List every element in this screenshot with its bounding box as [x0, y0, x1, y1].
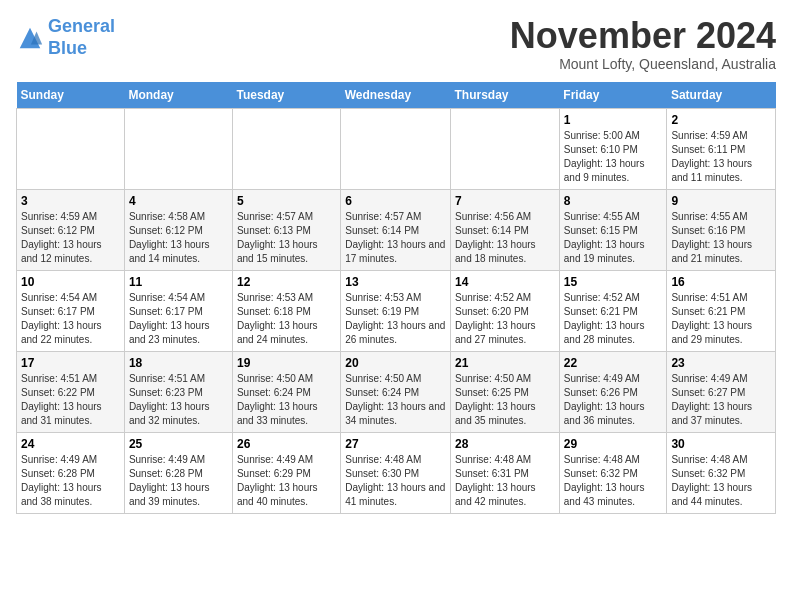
calendar-cell: [451, 108, 560, 189]
day-number: 27: [345, 437, 446, 451]
day-number: 29: [564, 437, 663, 451]
week-row-4: 17Sunrise: 4:51 AM Sunset: 6:22 PM Dayli…: [17, 351, 776, 432]
weekday-header-wednesday: Wednesday: [341, 82, 451, 109]
calendar-cell: 23Sunrise: 4:49 AM Sunset: 6:27 PM Dayli…: [667, 351, 776, 432]
day-number: 16: [671, 275, 771, 289]
day-info: Sunrise: 4:48 AM Sunset: 6:32 PM Dayligh…: [564, 453, 663, 509]
calendar-cell: 20Sunrise: 4:50 AM Sunset: 6:24 PM Dayli…: [341, 351, 451, 432]
page-header: General Blue November 2024 Mount Lofty, …: [16, 16, 776, 72]
weekday-header-thursday: Thursday: [451, 82, 560, 109]
day-number: 12: [237, 275, 336, 289]
weekday-header-tuesday: Tuesday: [232, 82, 340, 109]
calendar-cell: 13Sunrise: 4:53 AM Sunset: 6:19 PM Dayli…: [341, 270, 451, 351]
calendar-cell: 17Sunrise: 4:51 AM Sunset: 6:22 PM Dayli…: [17, 351, 125, 432]
day-info: Sunrise: 4:49 AM Sunset: 6:28 PM Dayligh…: [129, 453, 228, 509]
day-number: 19: [237, 356, 336, 370]
day-number: 10: [21, 275, 120, 289]
day-number: 3: [21, 194, 120, 208]
day-number: 17: [21, 356, 120, 370]
day-number: 30: [671, 437, 771, 451]
logo: General Blue: [16, 16, 115, 59]
day-info: Sunrise: 4:49 AM Sunset: 6:28 PM Dayligh…: [21, 453, 120, 509]
calendar-cell: 15Sunrise: 4:52 AM Sunset: 6:21 PM Dayli…: [559, 270, 667, 351]
day-number: 23: [671, 356, 771, 370]
day-number: 2: [671, 113, 771, 127]
day-number: 24: [21, 437, 120, 451]
day-info: Sunrise: 4:52 AM Sunset: 6:21 PM Dayligh…: [564, 291, 663, 347]
day-info: Sunrise: 4:59 AM Sunset: 6:11 PM Dayligh…: [671, 129, 771, 185]
calendar-cell: 18Sunrise: 4:51 AM Sunset: 6:23 PM Dayli…: [124, 351, 232, 432]
calendar-cell: [124, 108, 232, 189]
calendar-cell: [17, 108, 125, 189]
logo-text: General Blue: [48, 16, 115, 59]
logo-icon: [16, 24, 44, 52]
day-number: 8: [564, 194, 663, 208]
calendar-cell: 16Sunrise: 4:51 AM Sunset: 6:21 PM Dayli…: [667, 270, 776, 351]
calendar-cell: 4Sunrise: 4:58 AM Sunset: 6:12 PM Daylig…: [124, 189, 232, 270]
day-number: 28: [455, 437, 555, 451]
day-number: 11: [129, 275, 228, 289]
calendar-cell: 8Sunrise: 4:55 AM Sunset: 6:15 PM Daylig…: [559, 189, 667, 270]
day-info: Sunrise: 4:54 AM Sunset: 6:17 PM Dayligh…: [21, 291, 120, 347]
week-row-1: 1Sunrise: 5:00 AM Sunset: 6:10 PM Daylig…: [17, 108, 776, 189]
calendar-cell: 30Sunrise: 4:48 AM Sunset: 6:32 PM Dayli…: [667, 432, 776, 513]
calendar-cell: 10Sunrise: 4:54 AM Sunset: 6:17 PM Dayli…: [17, 270, 125, 351]
day-number: 14: [455, 275, 555, 289]
title-block: November 2024 Mount Lofty, Queensland, A…: [510, 16, 776, 72]
day-number: 20: [345, 356, 446, 370]
day-number: 5: [237, 194, 336, 208]
day-info: Sunrise: 4:51 AM Sunset: 6:21 PM Dayligh…: [671, 291, 771, 347]
day-number: 26: [237, 437, 336, 451]
calendar-cell: 21Sunrise: 4:50 AM Sunset: 6:25 PM Dayli…: [451, 351, 560, 432]
calendar-cell: 28Sunrise: 4:48 AM Sunset: 6:31 PM Dayli…: [451, 432, 560, 513]
day-info: Sunrise: 4:50 AM Sunset: 6:24 PM Dayligh…: [345, 372, 446, 428]
day-number: 4: [129, 194, 228, 208]
calendar-cell: 22Sunrise: 4:49 AM Sunset: 6:26 PM Dayli…: [559, 351, 667, 432]
day-info: Sunrise: 4:59 AM Sunset: 6:12 PM Dayligh…: [21, 210, 120, 266]
logo-line1: General: [48, 16, 115, 36]
calendar-cell: 29Sunrise: 4:48 AM Sunset: 6:32 PM Dayli…: [559, 432, 667, 513]
weekday-header-friday: Friday: [559, 82, 667, 109]
day-info: Sunrise: 4:49 AM Sunset: 6:27 PM Dayligh…: [671, 372, 771, 428]
calendar-cell: 26Sunrise: 4:49 AM Sunset: 6:29 PM Dayli…: [232, 432, 340, 513]
calendar-table: SundayMondayTuesdayWednesdayThursdayFrid…: [16, 82, 776, 514]
day-info: Sunrise: 4:53 AM Sunset: 6:19 PM Dayligh…: [345, 291, 446, 347]
calendar-cell: [341, 108, 451, 189]
calendar-cell: 7Sunrise: 4:56 AM Sunset: 6:14 PM Daylig…: [451, 189, 560, 270]
day-info: Sunrise: 4:55 AM Sunset: 6:15 PM Dayligh…: [564, 210, 663, 266]
day-info: Sunrise: 4:49 AM Sunset: 6:29 PM Dayligh…: [237, 453, 336, 509]
day-number: 15: [564, 275, 663, 289]
day-number: 6: [345, 194, 446, 208]
day-info: Sunrise: 4:57 AM Sunset: 6:14 PM Dayligh…: [345, 210, 446, 266]
calendar-cell: 12Sunrise: 4:53 AM Sunset: 6:18 PM Dayli…: [232, 270, 340, 351]
calendar-cell: 9Sunrise: 4:55 AM Sunset: 6:16 PM Daylig…: [667, 189, 776, 270]
day-info: Sunrise: 4:48 AM Sunset: 6:31 PM Dayligh…: [455, 453, 555, 509]
logo-line2: Blue: [48, 38, 87, 58]
day-number: 1: [564, 113, 663, 127]
day-info: Sunrise: 4:50 AM Sunset: 6:24 PM Dayligh…: [237, 372, 336, 428]
day-info: Sunrise: 4:58 AM Sunset: 6:12 PM Dayligh…: [129, 210, 228, 266]
day-info: Sunrise: 4:54 AM Sunset: 6:17 PM Dayligh…: [129, 291, 228, 347]
calendar-cell: 6Sunrise: 4:57 AM Sunset: 6:14 PM Daylig…: [341, 189, 451, 270]
calendar-cell: 11Sunrise: 4:54 AM Sunset: 6:17 PM Dayli…: [124, 270, 232, 351]
calendar-cell: [232, 108, 340, 189]
day-info: Sunrise: 5:00 AM Sunset: 6:10 PM Dayligh…: [564, 129, 663, 185]
week-row-3: 10Sunrise: 4:54 AM Sunset: 6:17 PM Dayli…: [17, 270, 776, 351]
weekday-header-saturday: Saturday: [667, 82, 776, 109]
calendar-cell: 1Sunrise: 5:00 AM Sunset: 6:10 PM Daylig…: [559, 108, 667, 189]
day-info: Sunrise: 4:57 AM Sunset: 6:13 PM Dayligh…: [237, 210, 336, 266]
calendar-cell: 25Sunrise: 4:49 AM Sunset: 6:28 PM Dayli…: [124, 432, 232, 513]
week-row-5: 24Sunrise: 4:49 AM Sunset: 6:28 PM Dayli…: [17, 432, 776, 513]
day-number: 21: [455, 356, 555, 370]
weekday-header-monday: Monday: [124, 82, 232, 109]
day-number: 7: [455, 194, 555, 208]
weekday-header-sunday: Sunday: [17, 82, 125, 109]
month-title: November 2024: [510, 16, 776, 56]
day-info: Sunrise: 4:51 AM Sunset: 6:22 PM Dayligh…: [21, 372, 120, 428]
day-number: 25: [129, 437, 228, 451]
day-info: Sunrise: 4:50 AM Sunset: 6:25 PM Dayligh…: [455, 372, 555, 428]
calendar-cell: 24Sunrise: 4:49 AM Sunset: 6:28 PM Dayli…: [17, 432, 125, 513]
calendar-cell: 27Sunrise: 4:48 AM Sunset: 6:30 PM Dayli…: [341, 432, 451, 513]
day-number: 22: [564, 356, 663, 370]
day-info: Sunrise: 4:48 AM Sunset: 6:30 PM Dayligh…: [345, 453, 446, 509]
